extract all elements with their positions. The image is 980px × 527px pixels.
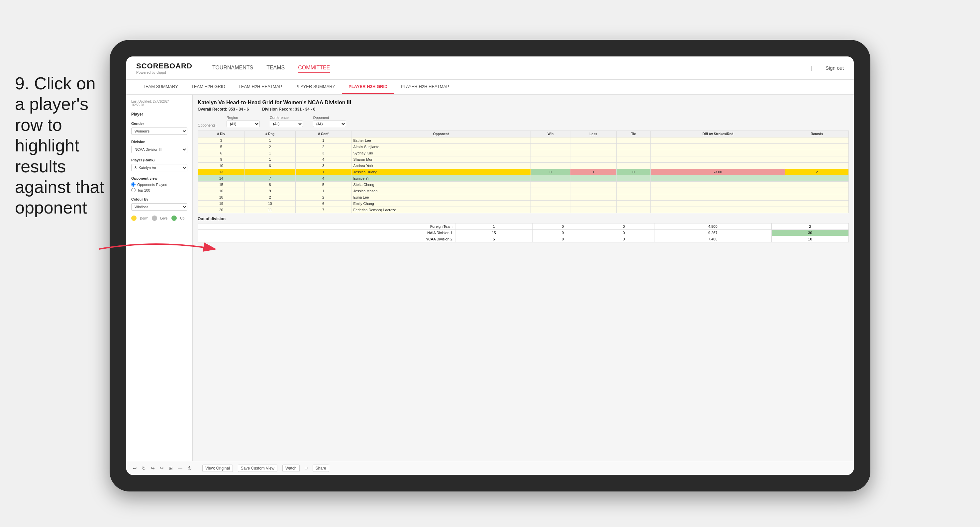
color-indicators: Down Level Up — [131, 216, 187, 221]
gender-select[interactable]: Women's — [131, 127, 187, 135]
nav-committee[interactable]: COMMITTEE — [298, 63, 330, 73]
table-row[interactable]: 311 Esther Lee — [198, 138, 849, 144]
table-row[interactable]: 20117 Federica Domecq Lacroze — [198, 207, 849, 213]
out-of-division-title: Out of division — [198, 216, 849, 221]
sign-out-link[interactable]: Sign out — [826, 65, 844, 71]
last-updated: Last Updated: 27/03/2024 16:55:28 — [131, 100, 187, 107]
opponent-view-label: Opponent view — [131, 176, 187, 180]
tablet-screen: SCOREBOARD Powered by clippd TOURNAMENTS… — [126, 56, 854, 475]
region-filter-group: Region (All) — [227, 116, 260, 127]
nav-items: TOURNAMENTS TEAMS COMMITTEE — [212, 63, 798, 73]
table-row[interactable]: 522 Alexis Sudjianto — [198, 144, 849, 150]
scissors-icon[interactable]: ✂ — [160, 465, 164, 471]
forward-icon[interactable]: ↪ — [151, 465, 155, 471]
filters-row: Opponents: Region (All) Conference (All) — [198, 116, 849, 127]
sub-nav-player-h2h-grid[interactable]: PLAYER H2H GRID — [342, 79, 394, 94]
dash-icon: — — [178, 465, 182, 471]
undo-icon[interactable]: ↩ — [133, 465, 137, 471]
color-dot-level — [152, 216, 157, 221]
division-select[interactable]: NCAA Division III — [131, 146, 187, 153]
sub-nav-team-h2h-heatmap[interactable]: TEAM H2H HEATMAP — [232, 79, 289, 94]
table-row[interactable]: 613 Sydney Kuo — [198, 150, 849, 156]
share-btn[interactable]: Share — [313, 465, 329, 472]
table-row[interactable]: 1822 Euna Lee — [198, 194, 849, 201]
radio-opponents-played[interactable]: Opponents Played — [131, 182, 187, 187]
region-filter-select[interactable]: (All) — [227, 121, 260, 127]
col-opponent: Opponent — [351, 131, 531, 138]
radio-top100[interactable]: Top 100 — [131, 188, 187, 192]
out-of-division-table: Foreign Team 1 0 0 4.500 2 NAIA Division… — [198, 223, 849, 243]
opponent-filter-select[interactable]: (All) — [313, 121, 346, 127]
clock-icon[interactable]: ⏱ — [187, 465, 192, 471]
instruction-text: 9. Click on a player's row to highlight … — [15, 73, 108, 218]
player-rank-section: Player (Rank) 8. Katelyn Vo — [131, 158, 187, 171]
col-diff: Diff Av Strokes/Rnd — [651, 131, 785, 138]
table-row[interactable]: 1691 Jessica Mason — [198, 188, 849, 194]
save-custom-view-btn[interactable]: Save Custom View — [238, 465, 277, 472]
nav-tournaments[interactable]: TOURNAMENTS — [212, 63, 253, 73]
region-filter-label: Region — [227, 116, 260, 119]
color-label-up: Up — [180, 216, 185, 220]
table-row[interactable]: Foreign Team 1 0 0 4.500 2 — [198, 224, 849, 230]
table-row[interactable]: 19106 Emily Chang — [198, 201, 849, 207]
col-loss: Loss — [570, 131, 616, 138]
sub-nav-team-h2h-grid[interactable]: TEAM H2H GRID — [185, 79, 232, 94]
logo-sub: Powered by clippd — [136, 70, 192, 75]
sub-nav-player-h2h-heatmap[interactable]: PLAYER H2H HEATMAP — [394, 79, 455, 94]
color-dot-up — [172, 216, 177, 221]
table-row-highlighted[interactable]: 1311 Jessica Huang 0 1 0 -3.00 2 — [198, 169, 849, 175]
division-record-item: Division Record: 331 - 34 - 6 — [262, 107, 315, 111]
col-conf: # Conf — [295, 131, 351, 138]
logo-area: SCOREBOARD Powered by clippd — [136, 62, 192, 75]
division-section: Division NCAA Division III — [131, 140, 187, 153]
main-content: Last Updated: 27/03/2024 16:55:28 Player… — [126, 95, 854, 461]
color-label-down: Down — [140, 216, 148, 220]
view-original-btn[interactable]: View: Original — [202, 465, 233, 472]
copy-icon[interactable]: ⊞ — [169, 465, 173, 471]
colour-by-select[interactable]: Win/loss — [131, 203, 187, 211]
toolbar-separator — [197, 465, 197, 471]
overall-record: Overall Record: 353 - 34 - 6 Division Re… — [198, 107, 849, 111]
separator: | — [811, 65, 812, 71]
table-header-row: # Div # Reg # Conf Opponent Win Loss Tie… — [198, 131, 849, 138]
bottom-toolbar: ↩ ↻ ↪ ✂ ⊞ — ⏱ View: Original Save Custom… — [126, 461, 854, 475]
opponent-filter-label: Opponent — [313, 116, 346, 119]
instruction-body: Click on a player's row to highlight res… — [15, 74, 104, 217]
watch-btn[interactable]: Watch — [282, 465, 300, 472]
col-rounds: Rounds — [785, 131, 848, 138]
tablet-frame: SCOREBOARD Powered by clippd TOURNAMENTS… — [110, 40, 870, 492]
radio-group: Opponents Played Top 100 — [131, 182, 187, 192]
table-row[interactable]: NCAA Division 2 5 0 0 7.400 10 — [198, 236, 849, 243]
grid-title: Katelyn Vo Head-to-Head Grid for Women's… — [198, 100, 849, 106]
nav-bar: SCOREBOARD Powered by clippd TOURNAMENTS… — [126, 56, 854, 80]
nav-teams[interactable]: TEAMS — [266, 63, 285, 73]
table-row[interactable]: 1585 Stella Cheng — [198, 182, 849, 188]
toolbar-divider: ⊞ — [305, 466, 308, 470]
gender-section: Gender Women's — [131, 122, 187, 135]
colour-by-label: Colour by — [131, 197, 187, 201]
col-div: # Div — [198, 131, 245, 138]
table-row[interactable]: 1063 Andrea York — [198, 163, 849, 169]
table-row[interactable]: 914 Sharon Mun — [198, 156, 849, 163]
player-label: Player — [131, 112, 187, 117]
table-row[interactable]: 1474 Eunice Yi — [198, 175, 849, 182]
col-win: Win — [531, 131, 570, 138]
overall-record-item: Overall Record: 353 - 34 - 6 — [198, 107, 249, 111]
sub-nav: TEAM SUMMARY TEAM H2H GRID TEAM H2H HEAT… — [126, 80, 854, 95]
color-label-level: Level — [161, 216, 169, 220]
conference-filter-select[interactable]: (All) — [270, 121, 303, 127]
table-row[interactable]: NAIA Division 1 15 0 0 9.267 30 — [198, 230, 849, 236]
gender-label: Gender — [131, 122, 187, 125]
player-rank-select[interactable]: 8. Katelyn Vo — [131, 164, 187, 171]
player-rank-label: Player (Rank) — [131, 158, 187, 162]
sub-nav-player-summary[interactable]: PLAYER SUMMARY — [289, 79, 342, 94]
step-number: 9. — [15, 74, 29, 93]
conference-filter-label: Conference — [270, 116, 303, 119]
division-label: Division — [131, 140, 187, 144]
sub-nav-team-summary[interactable]: TEAM SUMMARY — [136, 79, 185, 94]
opponent-filter-group: Opponent (All) — [313, 116, 346, 127]
opponents-label: Opponents: — [198, 123, 216, 127]
colour-by-section: Colour by Win/loss — [131, 197, 187, 211]
redo-icon[interactable]: ↻ — [142, 465, 146, 471]
conference-filter-group: Conference (All) — [270, 116, 303, 127]
